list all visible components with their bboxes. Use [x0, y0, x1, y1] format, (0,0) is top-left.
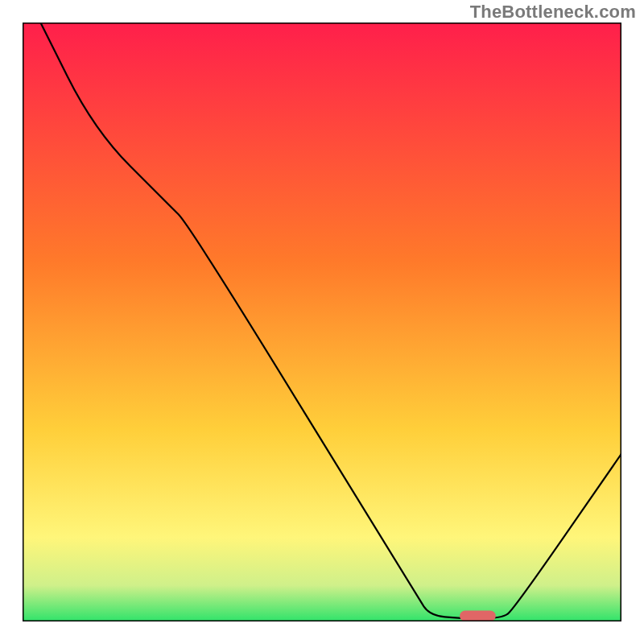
chart-svg	[23, 23, 621, 621]
chart-stage: TheBottleneck.com	[0, 0, 644, 644]
optimal-marker	[460, 611, 496, 621]
chart-plot-area	[23, 23, 621, 621]
watermark-label: TheBottleneck.com	[470, 2, 636, 23]
chart-gradient-fill	[23, 23, 621, 621]
